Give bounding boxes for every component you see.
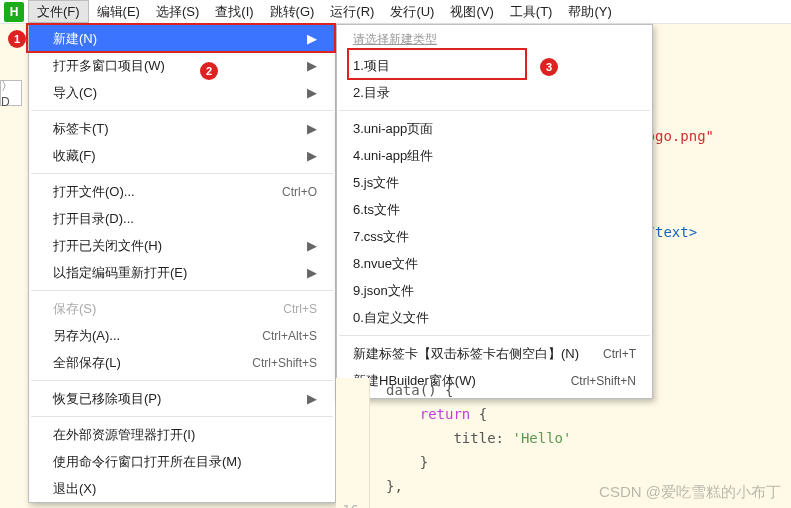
submenu-item-custom[interactable]: 0.自定义文件 <box>337 304 652 331</box>
file-menu-fav[interactable]: 收藏(F)▶ <box>29 142 335 169</box>
watermark: CSDN @爱吃雪糕的小布丁 <box>599 483 781 502</box>
file-menu: 新建(N) ▶ 打开多窗口项目(W)▶ 导入(C)▶ 标签卡(T)▶ 收藏(F)… <box>28 24 336 503</box>
file-menu-saveall[interactable]: 全部保存(L) Ctrl+Shift+S <box>29 349 335 376</box>
new-submenu: 请选择新建类型 1.项目 2.目录 3.uni-app页面 4.uni-app组… <box>336 24 653 399</box>
menubar-item-goto[interactable]: 跳转(G) <box>262 0 323 23</box>
file-menu-exit[interactable]: 退出(X) <box>29 475 335 502</box>
chevron-right-icon: ▶ <box>307 31 317 46</box>
menubar-item-tools[interactable]: 工具(T) <box>502 0 561 23</box>
file-menu-tabs[interactable]: 标签卡(T)▶ <box>29 115 335 142</box>
annotation-badge-1: 1 <box>8 30 26 48</box>
menubar-item-publish[interactable]: 发行(U) <box>382 0 442 23</box>
menubar-item-help[interactable]: 帮助(Y) <box>560 0 619 23</box>
file-menu-open-in-explorer[interactable]: 在外部资源管理器打开(I) <box>29 421 335 448</box>
submenu-item-project[interactable]: 1.项目 <box>337 52 652 79</box>
file-tree-collapsed[interactable]: 〉D <box>0 80 22 106</box>
submenu-item-ts[interactable]: 6.ts文件 <box>337 196 652 223</box>
file-menu-new[interactable]: 新建(N) ▶ <box>29 25 335 52</box>
menubar-item-find[interactable]: 查找(I) <box>207 0 261 23</box>
file-menu-saveas[interactable]: 另存为(A)... Ctrl+Alt+S <box>29 322 335 349</box>
file-menu-import[interactable]: 导入(C)▶ <box>29 79 335 106</box>
file-menu-open-dir[interactable]: 打开目录(D)... <box>29 205 335 232</box>
menubar-item-edit[interactable]: 编辑(E) <box>89 0 148 23</box>
file-menu-reopen-encoding[interactable]: 以指定编码重新打开(E)▶ <box>29 259 335 286</box>
submenu-item-dir[interactable]: 2.目录 <box>337 79 652 106</box>
file-menu-open-file[interactable]: 打开文件(O)... Ctrl+O <box>29 178 335 205</box>
submenu-item-uniapp-page[interactable]: 3.uni-app页面 <box>337 115 652 142</box>
submenu-item-uniapp-comp[interactable]: 4.uni-app组件 <box>337 142 652 169</box>
submenu-item-css[interactable]: 7.css文件 <box>337 223 652 250</box>
menu-item-label: 新建(N) <box>53 30 299 48</box>
menubar-item-select[interactable]: 选择(S) <box>148 0 207 23</box>
menubar-item-view[interactable]: 视图(V) <box>442 0 501 23</box>
editor-code: 16 data() { return { title: 'Hello' } }, <box>336 378 571 508</box>
submenu-item-js[interactable]: 5.js文件 <box>337 169 652 196</box>
submenu-item-new-tab[interactable]: 新建标签卡【双击标签卡右侧空白】(N) Ctrl+T <box>337 340 652 367</box>
app-logo: H <box>4 2 24 22</box>
file-menu-save[interactable]: 保存(S) Ctrl+S <box>29 295 335 322</box>
submenu-item-nvue[interactable]: 8.nvue文件 <box>337 250 652 277</box>
file-menu-restore-removed[interactable]: 恢复已移除项目(P)▶ <box>29 385 335 412</box>
submenu-item-json[interactable]: 9.json文件 <box>337 277 652 304</box>
menubar-item-run[interactable]: 运行(R) <box>322 0 382 23</box>
file-menu-open-multiwin[interactable]: 打开多窗口项目(W)▶ <box>29 52 335 79</box>
file-menu-reopen-closed[interactable]: 打开已关闭文件(H)▶ <box>29 232 335 259</box>
menu-separator <box>31 110 333 111</box>
line-gutter: 16 <box>336 378 370 508</box>
submenu-header: 请选择新建类型 <box>337 25 652 52</box>
menubar: H 文件(F) 编辑(E) 选择(S) 查找(I) 跳转(G) 运行(R) 发行… <box>0 0 791 24</box>
file-menu-open-terminal[interactable]: 使用命令行窗口打开所在目录(M) <box>29 448 335 475</box>
menubar-item-file[interactable]: 文件(F) <box>28 0 89 23</box>
code-body[interactable]: data() { return { title: 'Hello' } }, <box>370 378 571 508</box>
